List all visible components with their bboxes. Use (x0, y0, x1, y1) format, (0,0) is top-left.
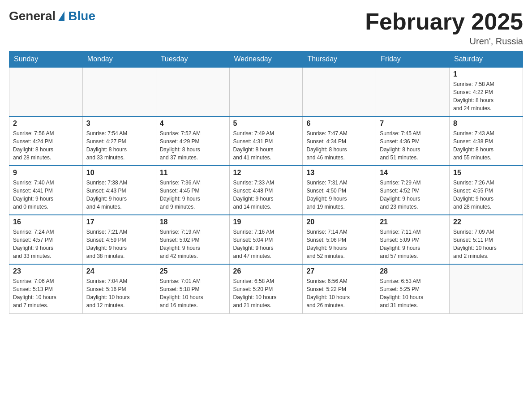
calendar-day-cell: 16Sunrise: 7:24 AM Sunset: 4:57 PM Dayli… (9, 215, 83, 264)
day-of-week-header: Friday (376, 51, 450, 68)
calendar-day-cell (82, 67, 156, 116)
day-number: 23 (13, 267, 79, 275)
day-info: Sunrise: 6:58 AM Sunset: 5:20 PM Dayligh… (233, 277, 299, 309)
calendar-day-cell (229, 67, 303, 116)
calendar-day-cell: 15Sunrise: 7:26 AM Sunset: 4:55 PM Dayli… (450, 166, 523, 215)
calendar-day-cell: 13Sunrise: 7:31 AM Sunset: 4:50 PM Dayli… (303, 166, 376, 215)
day-info: Sunrise: 7:26 AM Sunset: 4:55 PM Dayligh… (453, 179, 519, 211)
calendar-day-cell: 12Sunrise: 7:33 AM Sunset: 4:48 PM Dayli… (229, 166, 303, 215)
day-of-week-header: Sunday (9, 51, 83, 68)
day-number: 11 (160, 169, 226, 177)
day-number: 15 (453, 169, 519, 177)
day-number: 3 (86, 120, 152, 128)
day-info: Sunrise: 7:06 AM Sunset: 5:13 PM Dayligh… (13, 277, 79, 309)
calendar-day-cell: 23Sunrise: 7:06 AM Sunset: 5:13 PM Dayli… (9, 264, 83, 313)
calendar-day-cell: 10Sunrise: 7:38 AM Sunset: 4:43 PM Dayli… (82, 166, 156, 215)
day-info: Sunrise: 7:56 AM Sunset: 4:24 PM Dayligh… (13, 129, 79, 162)
day-info: Sunrise: 7:33 AM Sunset: 4:48 PM Dayligh… (233, 179, 299, 211)
calendar-day-cell: 22Sunrise: 7:09 AM Sunset: 5:11 PM Dayli… (450, 215, 523, 264)
calendar-day-cell: 20Sunrise: 7:14 AM Sunset: 5:06 PM Dayli… (303, 215, 376, 264)
calendar-day-cell: 17Sunrise: 7:21 AM Sunset: 4:59 PM Dayli… (82, 215, 156, 264)
calendar-day-cell: 7Sunrise: 7:45 AM Sunset: 4:36 PM Daylig… (376, 116, 450, 166)
day-info: Sunrise: 6:56 AM Sunset: 5:22 PM Dayligh… (306, 277, 372, 309)
location-text: Uren', Russia (365, 36, 523, 47)
day-number: 4 (160, 120, 226, 128)
day-info: Sunrise: 7:09 AM Sunset: 5:11 PM Dayligh… (453, 228, 519, 260)
calendar-week-row: 23Sunrise: 7:06 AM Sunset: 5:13 PM Dayli… (9, 264, 523, 313)
day-of-week-header: Tuesday (156, 51, 229, 68)
calendar-day-cell: 28Sunrise: 6:53 AM Sunset: 5:25 PM Dayli… (376, 264, 450, 313)
day-info: Sunrise: 7:29 AM Sunset: 4:52 PM Dayligh… (380, 179, 446, 211)
day-info: Sunrise: 7:54 AM Sunset: 4:27 PM Dayligh… (86, 129, 152, 162)
calendar-day-cell: 14Sunrise: 7:29 AM Sunset: 4:52 PM Dayli… (376, 166, 450, 215)
calendar-header-row: SundayMondayTuesdayWednesdayThursdayFrid… (9, 51, 523, 68)
day-info: Sunrise: 7:19 AM Sunset: 5:02 PM Dayligh… (160, 228, 226, 260)
day-info: Sunrise: 7:36 AM Sunset: 4:45 PM Dayligh… (160, 179, 226, 211)
calendar-table: SundayMondayTuesdayWednesdayThursdayFrid… (9, 51, 523, 314)
day-number: 14 (380, 169, 446, 177)
day-of-week-header: Thursday (303, 51, 376, 68)
day-number: 10 (86, 169, 152, 177)
calendar-day-cell (156, 67, 229, 116)
day-info: Sunrise: 7:21 AM Sunset: 4:59 PM Dayligh… (86, 228, 152, 260)
logo: General Blue (9, 9, 95, 23)
day-number: 27 (306, 267, 372, 275)
day-info: Sunrise: 7:14 AM Sunset: 5:06 PM Dayligh… (306, 228, 372, 260)
day-number: 20 (306, 218, 372, 226)
calendar-day-cell: 8Sunrise: 7:43 AM Sunset: 4:38 PM Daylig… (450, 116, 523, 166)
day-info: Sunrise: 7:43 AM Sunset: 4:38 PM Dayligh… (453, 129, 519, 162)
calendar-day-cell: 26Sunrise: 6:58 AM Sunset: 5:20 PM Dayli… (229, 264, 303, 313)
day-number: 13 (306, 169, 372, 177)
day-number: 1 (453, 70, 519, 78)
calendar-day-cell: 6Sunrise: 7:47 AM Sunset: 4:34 PM Daylig… (303, 116, 376, 166)
day-info: Sunrise: 7:47 AM Sunset: 4:34 PM Dayligh… (306, 129, 372, 162)
calendar-day-cell: 24Sunrise: 7:04 AM Sunset: 5:16 PM Dayli… (82, 264, 156, 313)
day-info: Sunrise: 7:52 AM Sunset: 4:29 PM Dayligh… (160, 129, 226, 162)
day-info: Sunrise: 7:11 AM Sunset: 5:09 PM Dayligh… (380, 228, 446, 260)
day-number: 17 (86, 218, 152, 226)
calendar-day-cell: 4Sunrise: 7:52 AM Sunset: 4:29 PM Daylig… (156, 116, 229, 166)
day-info: Sunrise: 7:38 AM Sunset: 4:43 PM Dayligh… (86, 179, 152, 211)
calendar-day-cell (450, 264, 523, 313)
day-of-week-header: Saturday (450, 51, 523, 68)
logo-blue-text: Blue (68, 9, 95, 23)
day-number: 25 (160, 267, 226, 275)
day-info: Sunrise: 6:53 AM Sunset: 5:25 PM Dayligh… (380, 277, 446, 309)
title-block: February 2025 Uren', Russia (365, 9, 523, 47)
day-number: 5 (233, 120, 299, 128)
day-number: 19 (233, 218, 299, 226)
day-number: 28 (380, 267, 446, 275)
day-info: Sunrise: 7:16 AM Sunset: 5:04 PM Dayligh… (233, 228, 299, 260)
logo-triangle-icon (58, 11, 64, 21)
calendar-day-cell: 19Sunrise: 7:16 AM Sunset: 5:04 PM Dayli… (229, 215, 303, 264)
day-number: 18 (160, 218, 226, 226)
calendar-title: February 2025 (365, 9, 523, 34)
calendar-day-cell: 2Sunrise: 7:56 AM Sunset: 4:24 PM Daylig… (9, 116, 83, 166)
calendar-day-cell: 21Sunrise: 7:11 AM Sunset: 5:09 PM Dayli… (376, 215, 450, 264)
calendar-day-cell: 27Sunrise: 6:56 AM Sunset: 5:22 PM Dayli… (303, 264, 376, 313)
calendar-day-cell (9, 67, 83, 116)
calendar-day-cell: 5Sunrise: 7:49 AM Sunset: 4:31 PM Daylig… (229, 116, 303, 166)
day-info: Sunrise: 7:04 AM Sunset: 5:16 PM Dayligh… (86, 277, 152, 309)
day-of-week-header: Wednesday (229, 51, 303, 68)
day-info: Sunrise: 7:49 AM Sunset: 4:31 PM Dayligh… (233, 129, 299, 162)
day-number: 2 (13, 120, 79, 128)
page-header: General Blue February 2025 Uren', Russia (9, 9, 523, 47)
calendar-day-cell (303, 67, 376, 116)
day-info: Sunrise: 7:40 AM Sunset: 4:41 PM Dayligh… (13, 179, 79, 211)
calendar-day-cell (376, 67, 450, 116)
day-number: 12 (233, 169, 299, 177)
day-info: Sunrise: 7:45 AM Sunset: 4:36 PM Dayligh… (380, 129, 446, 162)
day-info: Sunrise: 7:01 AM Sunset: 5:18 PM Dayligh… (160, 277, 226, 309)
calendar-day-cell: 18Sunrise: 7:19 AM Sunset: 5:02 PM Dayli… (156, 215, 229, 264)
day-number: 21 (380, 218, 446, 226)
calendar-week-row: 16Sunrise: 7:24 AM Sunset: 4:57 PM Dayli… (9, 215, 523, 264)
day-info: Sunrise: 7:58 AM Sunset: 4:22 PM Dayligh… (453, 80, 519, 112)
day-number: 8 (453, 120, 519, 128)
day-number: 24 (86, 267, 152, 275)
day-number: 16 (13, 218, 79, 226)
calendar-day-cell: 3Sunrise: 7:54 AM Sunset: 4:27 PM Daylig… (82, 116, 156, 166)
calendar-day-cell: 1Sunrise: 7:58 AM Sunset: 4:22 PM Daylig… (450, 67, 523, 116)
day-number: 9 (13, 169, 79, 177)
day-number: 7 (380, 120, 446, 128)
